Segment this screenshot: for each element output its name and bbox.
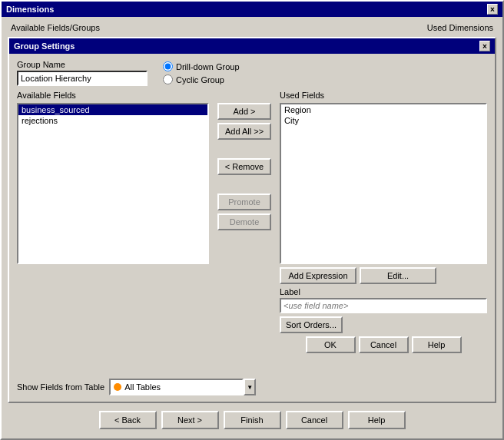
bottom-nav: < Back Next > Finish Cancel Help — [8, 406, 496, 432]
outer-window: Dimensions × Available Fields/Groups Use… — [0, 0, 504, 440]
group-settings-dialog: Group Settings × Group Name Drill-down G… — [8, 37, 496, 403]
inner-content: Group Name Drill-down Group Cyclic Group — [9, 54, 495, 402]
radio-cyclic-input[interactable] — [163, 74, 173, 84]
outer-labels: Available Fields/Groups Used Dimensions — [8, 23, 496, 34]
middle-buttons: Add > Add All >> < Remove Promote Demote — [214, 91, 275, 371]
outer-window-title: Dimensions — [6, 5, 54, 14]
group-name-label: Group Name — [17, 60, 148, 69]
outer-content: Available Fields/Groups Used Dimensions … — [2, 17, 502, 438]
radio-drilldown-input[interactable] — [163, 61, 173, 71]
list-item[interactable]: City — [281, 115, 486, 126]
demote-button[interactable]: Demote — [217, 213, 271, 230]
used-fields-listbox[interactable]: Region City — [280, 103, 487, 264]
dialog-action-buttons: OK Cancel Help — [280, 336, 487, 353]
radio-cyclic: Cyclic Group — [163, 74, 240, 84]
next-button[interactable]: Next > — [161, 411, 219, 429]
ok-button[interactable]: OK — [306, 336, 356, 353]
sort-orders-row: Sort Orders... — [280, 316, 487, 333]
inner-close-button[interactable]: × — [479, 41, 490, 51]
inner-window-title: Group Settings — [14, 41, 75, 51]
inner-title-bar: Group Settings × — [9, 38, 495, 54]
combo-dot-icon — [114, 383, 121, 391]
group-name-section: Group Name — [17, 60, 148, 86]
outer-help-button[interactable]: Help — [348, 411, 406, 429]
show-fields-label: Show Fields from Table — [17, 382, 104, 392]
back-button[interactable]: < Back — [99, 411, 157, 429]
show-fields-combo-container: All Tables ▼ — [109, 379, 256, 395]
promote-button[interactable]: Promote — [217, 194, 271, 210]
radio-section: Drill-down Group Cyclic Group — [163, 60, 240, 84]
remove-button[interactable]: < Remove — [217, 158, 271, 175]
outer-title-bar: Dimensions × — [2, 2, 502, 17]
label-input[interactable] — [280, 298, 487, 313]
show-fields-value: All Tables — [124, 382, 161, 392]
outer-close-button[interactable]: × — [487, 4, 498, 15]
row-fields: Available Fields business_sourced reject… — [17, 91, 487, 371]
outer-cancel-button[interactable]: Cancel — [286, 411, 343, 429]
group-name-input[interactable] — [17, 71, 148, 86]
available-fields-panel: Available Fields business_sourced reject… — [17, 91, 209, 371]
available-fields-label: Available Fields — [17, 91, 209, 100]
radio-drilldown: Drill-down Group — [163, 61, 240, 71]
available-fields-listbox[interactable]: business_sourced rejections — [17, 103, 209, 264]
show-fields-dropdown-arrow[interactable]: ▼ — [244, 379, 256, 395]
used-fields-label: Used Fields — [280, 91, 487, 100]
used-fields-panel: Used Fields Region City Add Expression E… — [280, 91, 487, 371]
row-group-name: Group Name Drill-down Group Cyclic Group — [17, 60, 487, 86]
expression-buttons-row: Add Expression Edit... — [280, 267, 487, 284]
add-button[interactable]: Add > — [217, 103, 271, 120]
list-item[interactable]: Region — [281, 104, 486, 115]
radio-cyclic-label: Cyclic Group — [176, 75, 224, 84]
cancel-button[interactable]: Cancel — [359, 336, 409, 353]
help-button[interactable]: Help — [412, 336, 462, 353]
available-fields-groups-label: Available Fields/Groups — [11, 23, 100, 32]
edit-button[interactable]: Edit... — [360, 267, 436, 284]
radio-drilldown-label: Drill-down Group — [176, 62, 240, 71]
finish-button[interactable]: Finish — [224, 411, 281, 429]
label-section: Label — [280, 287, 487, 313]
label-field-label: Label — [280, 287, 487, 296]
list-item[interactable]: business_sourced — [18, 104, 207, 115]
add-all-button[interactable]: Add All >> — [217, 123, 271, 140]
used-dimensions-label: Used Dimensions — [427, 23, 493, 32]
sort-orders-button[interactable]: Sort Orders... — [280, 316, 343, 333]
show-fields-row: Show Fields from Table All Tables ▼ — [17, 379, 487, 395]
add-expression-button[interactable]: Add Expression — [280, 267, 356, 284]
show-fields-combo-display[interactable]: All Tables — [109, 379, 244, 395]
list-item[interactable]: rejections — [18, 115, 207, 126]
